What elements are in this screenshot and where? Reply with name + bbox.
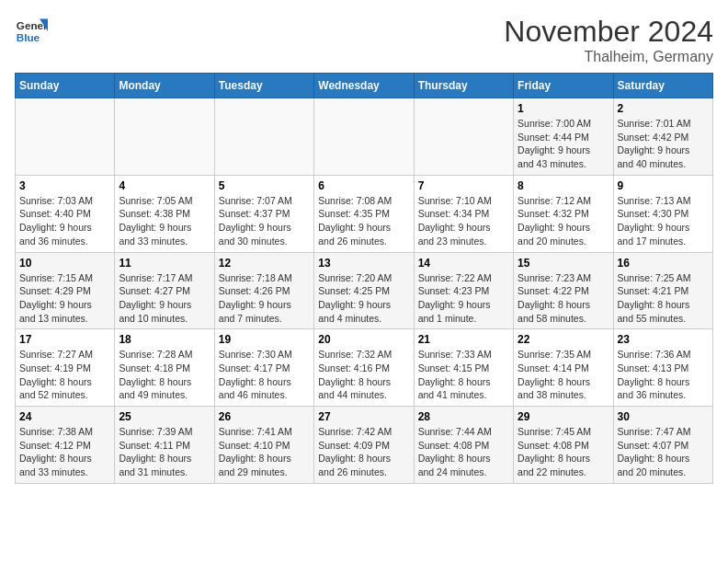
day-info: Sunrise: 7:25 AM Sunset: 4:21 PM Dayligh…	[618, 271, 709, 326]
calendar-cell: 5Sunrise: 7:07 AM Sunset: 4:37 PM Daylig…	[214, 175, 313, 252]
title-block: November 2024 Thalheim, Germany	[504, 15, 713, 65]
day-info: Sunrise: 7:41 AM Sunset: 4:10 PM Dayligh…	[219, 425, 310, 479]
day-info: Sunrise: 7:42 AM Sunset: 4:09 PM Dayligh…	[318, 425, 409, 479]
day-number: 17	[19, 333, 110, 346]
calendar-cell: 25Sunrise: 7:39 AM Sunset: 4:11 PM Dayli…	[115, 407, 214, 484]
svg-text:Blue: Blue	[17, 31, 40, 43]
day-info: Sunrise: 7:36 AM Sunset: 4:13 PM Dayligh…	[618, 348, 709, 402]
calendar-week-4: 17Sunrise: 7:27 AM Sunset: 4:19 PM Dayli…	[16, 329, 713, 407]
day-info: Sunrise: 7:27 AM Sunset: 4:19 PM Dayligh…	[19, 348, 110, 402]
day-info: Sunrise: 7:22 AM Sunset: 4:23 PM Dayligh…	[418, 271, 509, 326]
day-info: Sunrise: 7:01 AM Sunset: 4:42 PM Dayligh…	[618, 117, 709, 171]
calendar-cell: 9Sunrise: 7:13 AM Sunset: 4:30 PM Daylig…	[613, 175, 712, 252]
day-number: 30	[618, 410, 709, 423]
day-info: Sunrise: 7:10 AM Sunset: 4:34 PM Dayligh…	[418, 194, 509, 248]
calendar-cell: 13Sunrise: 7:20 AM Sunset: 4:25 PM Dayli…	[314, 252, 414, 329]
calendar-cell: 23Sunrise: 7:36 AM Sunset: 4:13 PM Dayli…	[613, 329, 712, 407]
calendar-cell: 26Sunrise: 7:41 AM Sunset: 4:10 PM Dayli…	[214, 407, 313, 484]
column-header-wednesday: Wednesday	[314, 74, 414, 98]
calendar-cell: 27Sunrise: 7:42 AM Sunset: 4:09 PM Dayli…	[314, 407, 414, 484]
calendar-cell: 12Sunrise: 7:18 AM Sunset: 4:26 PM Dayli…	[214, 252, 313, 329]
calendar-cell: 3Sunrise: 7:03 AM Sunset: 4:40 PM Daylig…	[16, 175, 115, 252]
day-number: 24	[19, 410, 110, 423]
calendar-cell: 28Sunrise: 7:44 AM Sunset: 4:08 PM Dayli…	[414, 407, 513, 484]
day-number: 7	[418, 179, 509, 192]
day-number: 4	[119, 179, 210, 192]
day-info: Sunrise: 7:45 AM Sunset: 4:08 PM Dayligh…	[518, 425, 609, 479]
calendar-cell: 7Sunrise: 7:10 AM Sunset: 4:34 PM Daylig…	[414, 175, 513, 252]
day-number: 21	[418, 333, 509, 346]
day-info: Sunrise: 7:05 AM Sunset: 4:38 PM Dayligh…	[119, 194, 210, 248]
day-info: Sunrise: 7:44 AM Sunset: 4:08 PM Dayligh…	[418, 425, 509, 479]
calendar-cell: 11Sunrise: 7:17 AM Sunset: 4:27 PM Dayli…	[115, 252, 214, 329]
day-number: 23	[618, 333, 709, 346]
day-info: Sunrise: 7:08 AM Sunset: 4:35 PM Dayligh…	[318, 194, 409, 248]
day-info: Sunrise: 7:35 AM Sunset: 4:14 PM Dayligh…	[518, 348, 609, 402]
day-number: 14	[418, 257, 509, 270]
day-info: Sunrise: 7:15 AM Sunset: 4:29 PM Dayligh…	[19, 271, 110, 326]
day-info: Sunrise: 7:12 AM Sunset: 4:32 PM Dayligh…	[518, 194, 609, 248]
day-number: 6	[318, 179, 409, 192]
day-info: Sunrise: 7:32 AM Sunset: 4:16 PM Dayligh…	[318, 348, 409, 402]
day-number: 10	[19, 257, 110, 270]
calendar-cell: 8Sunrise: 7:12 AM Sunset: 4:32 PM Daylig…	[514, 175, 613, 252]
day-number: 18	[119, 333, 210, 346]
location: Thalheim, Germany	[504, 49, 713, 65]
day-number: 1	[518, 102, 609, 115]
page-header: General Blue November 2024 Thalheim, Ger…	[15, 15, 713, 65]
day-number: 28	[418, 410, 509, 423]
calendar-cell: 18Sunrise: 7:28 AM Sunset: 4:18 PM Dayli…	[115, 329, 214, 407]
calendar-week-5: 24Sunrise: 7:38 AM Sunset: 4:12 PM Dayli…	[16, 407, 713, 484]
day-info: Sunrise: 7:38 AM Sunset: 4:12 PM Dayligh…	[19, 425, 110, 479]
day-info: Sunrise: 7:28 AM Sunset: 4:18 PM Dayligh…	[119, 348, 210, 402]
calendar-cell: 14Sunrise: 7:22 AM Sunset: 4:23 PM Dayli…	[414, 252, 513, 329]
day-info: Sunrise: 7:47 AM Sunset: 4:07 PM Dayligh…	[618, 425, 709, 479]
day-info: Sunrise: 7:07 AM Sunset: 4:37 PM Dayligh…	[219, 194, 310, 248]
calendar-cell: 29Sunrise: 7:45 AM Sunset: 4:08 PM Dayli…	[514, 407, 613, 484]
calendar-cell: 1Sunrise: 7:00 AM Sunset: 4:44 PM Daylig…	[514, 98, 613, 176]
day-info: Sunrise: 7:20 AM Sunset: 4:25 PM Dayligh…	[318, 271, 409, 326]
calendar-header-row: SundayMondayTuesdayWednesdayThursdayFrid…	[16, 74, 713, 98]
calendar-cell: 30Sunrise: 7:47 AM Sunset: 4:07 PM Dayli…	[613, 407, 712, 484]
day-info: Sunrise: 7:23 AM Sunset: 4:22 PM Dayligh…	[518, 271, 609, 326]
day-info: Sunrise: 7:00 AM Sunset: 4:44 PM Dayligh…	[518, 117, 609, 171]
day-number: 5	[219, 179, 310, 192]
day-info: Sunrise: 7:39 AM Sunset: 4:11 PM Dayligh…	[119, 425, 210, 479]
calendar-cell: 17Sunrise: 7:27 AM Sunset: 4:19 PM Dayli…	[16, 329, 115, 407]
calendar-cell: 20Sunrise: 7:32 AM Sunset: 4:16 PM Dayli…	[314, 329, 414, 407]
calendar-cell	[414, 98, 513, 176]
calendar-week-3: 10Sunrise: 7:15 AM Sunset: 4:29 PM Dayli…	[16, 252, 713, 329]
column-header-friday: Friday	[514, 74, 613, 98]
day-number: 2	[618, 102, 709, 115]
calendar-cell: 16Sunrise: 7:25 AM Sunset: 4:21 PM Dayli…	[613, 252, 712, 329]
calendar-cell	[115, 98, 214, 176]
calendar-week-1: 1Sunrise: 7:00 AM Sunset: 4:44 PM Daylig…	[16, 98, 713, 176]
month-title: November 2024	[504, 15, 713, 49]
day-info: Sunrise: 7:33 AM Sunset: 4:15 PM Dayligh…	[418, 348, 509, 402]
calendar-cell: 2Sunrise: 7:01 AM Sunset: 4:42 PM Daylig…	[613, 98, 712, 176]
day-number: 19	[219, 333, 310, 346]
day-number: 22	[518, 333, 609, 346]
day-number: 26	[219, 410, 310, 423]
column-header-tuesday: Tuesday	[214, 74, 313, 98]
day-number: 12	[219, 257, 310, 270]
day-info: Sunrise: 7:03 AM Sunset: 4:40 PM Dayligh…	[19, 194, 110, 248]
calendar-cell: 4Sunrise: 7:05 AM Sunset: 4:38 PM Daylig…	[115, 175, 214, 252]
day-number: 15	[518, 257, 609, 270]
day-number: 11	[119, 257, 210, 270]
calendar-cell	[314, 98, 414, 176]
column-header-monday: Monday	[115, 74, 214, 98]
column-header-sunday: Sunday	[16, 74, 115, 98]
calendar-week-2: 3Sunrise: 7:03 AM Sunset: 4:40 PM Daylig…	[16, 175, 713, 252]
day-number: 3	[19, 179, 110, 192]
day-number: 29	[518, 410, 609, 423]
calendar-cell: 22Sunrise: 7:35 AM Sunset: 4:14 PM Dayli…	[514, 329, 613, 407]
column-header-saturday: Saturday	[613, 74, 712, 98]
calendar-cell: 19Sunrise: 7:30 AM Sunset: 4:17 PM Dayli…	[214, 329, 313, 407]
calendar-cell: 15Sunrise: 7:23 AM Sunset: 4:22 PM Dayli…	[514, 252, 613, 329]
calendar-cell	[214, 98, 313, 176]
column-header-thursday: Thursday	[414, 74, 513, 98]
calendar-cell: 21Sunrise: 7:33 AM Sunset: 4:15 PM Dayli…	[414, 329, 513, 407]
day-info: Sunrise: 7:18 AM Sunset: 4:26 PM Dayligh…	[219, 271, 310, 326]
calendar-table: SundayMondayTuesdayWednesdayThursdayFrid…	[15, 73, 713, 484]
